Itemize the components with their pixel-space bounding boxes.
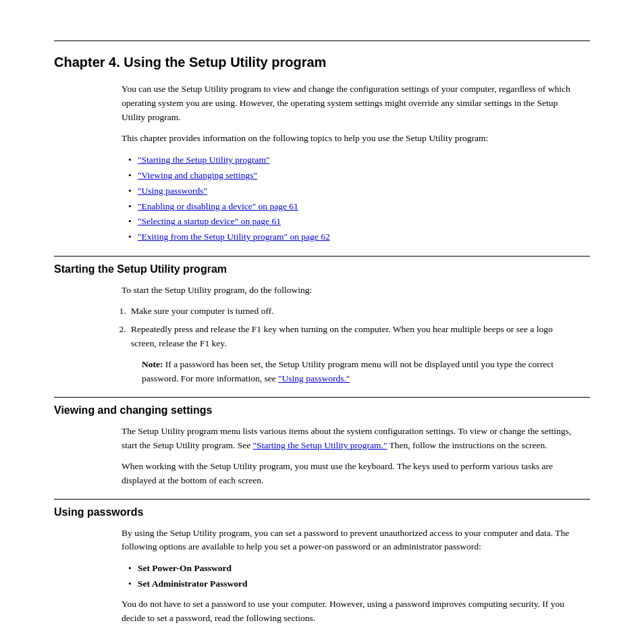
section-starting-content: To start the Setup Utility program, do t… <box>122 284 576 386</box>
starting-note: Note: If a password has been set, the Se… <box>142 358 576 386</box>
starting-steps: Make sure your computer is turned off. R… <box>128 304 576 351</box>
intro-para2: This chapter provides information on the… <box>122 132 576 146</box>
viewing-text-after: Then, follow the instructions on the scr… <box>390 440 547 450</box>
link-enabling[interactable]: "Enabling or disabling a device" on page… <box>138 201 298 211</box>
viewing-para1: The Setup Utility program menu lists var… <box>122 425 576 453</box>
link-starting[interactable]: "Starting the Setup Utility program" <box>138 155 270 165</box>
starting-intro: To start the Setup Utility program, do t… <box>122 284 576 298</box>
list-item: "Enabling or disabling a device" on page… <box>128 199 576 215</box>
list-item: Repeatedly press and release the F1 key … <box>128 323 576 351</box>
viewing-link[interactable]: "Starting the Setup Utility program." <box>253 440 387 450</box>
bullet-admin: Set Administrator Password <box>138 579 248 589</box>
list-item: "Using passwords" <box>128 184 576 199</box>
section-title-viewing: Viewing and changing settings <box>54 404 590 417</box>
passwords-para1: By using the Setup Utility program, you … <box>122 527 576 555</box>
section-title-starting: Starting the Setup Utility program <box>54 263 590 275</box>
top-rule <box>54 41 590 41</box>
intro-para1: You can use the Setup Utility program to… <box>122 82 576 125</box>
note-label: Note: <box>142 359 163 369</box>
viewing-para2: When working with the Setup Utility prog… <box>122 460 576 488</box>
list-item: Set Power-On Password <box>128 561 576 576</box>
list-item: "Starting the Setup Utility program" <box>128 153 576 168</box>
list-item: "Exiting from the Setup Utility program"… <box>128 230 576 245</box>
section-title-passwords: Using passwords <box>54 506 590 518</box>
bullet-power-on: Set Power-On Password <box>138 563 232 573</box>
link-selecting[interactable]: "Selecting a startup device" on page 61 <box>138 216 281 226</box>
chapter-title: Chapter 4. Using the Setup Utility progr… <box>54 55 590 70</box>
section-viewing-content: The Setup Utility program menu lists var… <box>122 425 576 488</box>
note-link[interactable]: "Using passwords." <box>278 373 350 383</box>
section-passwords-content: By using the Setup Utility program, you … <box>122 527 576 626</box>
link-exiting[interactable]: "Exiting from the Setup Utility program"… <box>138 232 330 242</box>
link-viewing[interactable]: "Viewing and changing settings" <box>138 170 257 180</box>
link-passwords[interactable]: "Using passwords" <box>138 186 207 196</box>
list-item: Set Administrator Password <box>128 576 576 592</box>
intro-block: You can use the Setup Utility program to… <box>122 82 576 245</box>
section-rule-viewing <box>54 397 590 398</box>
list-item: Make sure your computer is turned off. <box>128 304 576 319</box>
section-rule-passwords <box>54 499 590 500</box>
list-item: "Selecting a startup device" on page 61 <box>128 214 576 230</box>
page: Chapter 4. Using the Setup Utility progr… <box>0 0 644 644</box>
list-item: "Viewing and changing settings" <box>128 168 576 184</box>
intro-links-list: "Starting the Setup Utility program" "Vi… <box>128 153 576 246</box>
passwords-bullets: Set Power-On Password Set Administrator … <box>128 561 576 592</box>
section-rule-starting <box>54 256 590 257</box>
passwords-para2: You do not have to set a password to use… <box>122 597 576 626</box>
